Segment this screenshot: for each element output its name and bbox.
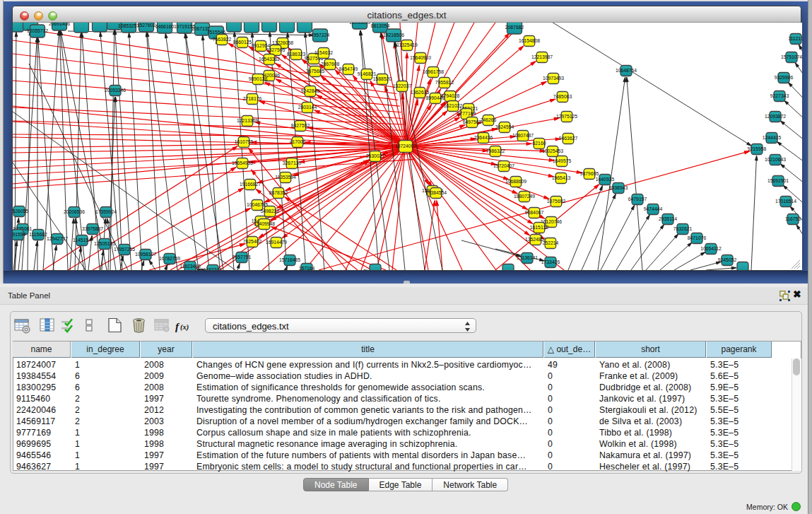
svg-text:111217: 111217 xyxy=(788,36,802,41)
svg-text:12505135: 12505135 xyxy=(94,241,115,246)
svg-text:20206536: 20206536 xyxy=(64,209,85,214)
svg-text:15751074: 15751074 xyxy=(781,54,802,59)
svg-text:8938943: 8938943 xyxy=(609,185,628,190)
svg-text:9879695: 9879695 xyxy=(580,171,599,176)
svg-text:33975887: 33975887 xyxy=(82,226,103,231)
svg-text:8471076: 8471076 xyxy=(688,235,707,240)
svg-text:1192344: 1192344 xyxy=(204,267,222,270)
svg-text:20691406: 20691406 xyxy=(49,23,70,26)
svg-text:12093872: 12093872 xyxy=(765,114,786,119)
svg-text:1615132: 1615132 xyxy=(530,225,549,230)
svg-text:12213987: 12213987 xyxy=(531,54,553,59)
svg-text:19384554: 19384554 xyxy=(425,190,447,195)
svg-text:1733426: 1733426 xyxy=(541,259,560,264)
svg-text:(x): (x) xyxy=(180,323,189,332)
svg-text:17957255: 17957255 xyxy=(114,247,135,252)
svg-text:7663822: 7663822 xyxy=(213,37,232,42)
svg-text:2526055: 2526055 xyxy=(13,209,28,214)
svg-text:9146821: 9146821 xyxy=(358,71,377,76)
svg-text:9329906: 9329906 xyxy=(775,75,794,80)
svg-text:10973493: 10973493 xyxy=(543,76,564,81)
svg-text:9084067: 9084067 xyxy=(525,210,544,215)
svg-text:116753: 116753 xyxy=(785,216,801,221)
svg-text:417006: 417006 xyxy=(290,139,306,144)
svg-text:62160: 62160 xyxy=(533,141,546,146)
svg-text:1649575: 1649575 xyxy=(553,158,572,163)
svg-text:3624554: 3624554 xyxy=(495,124,514,129)
svg-text:10025453: 10025453 xyxy=(542,148,563,153)
svg-text:10853257: 10853257 xyxy=(118,23,139,28)
svg-text:16033809: 16033809 xyxy=(349,23,370,25)
svg-text:15136141: 15136141 xyxy=(517,255,538,260)
svg-text:252214: 252214 xyxy=(543,240,559,245)
svg-text:12975125: 12975125 xyxy=(556,114,577,119)
svg-text:19166827: 19166827 xyxy=(240,182,261,187)
svg-text:6466160: 6466160 xyxy=(155,24,175,29)
svg-text:15720407: 15720407 xyxy=(493,163,514,168)
svg-text:9657791: 9657791 xyxy=(233,255,252,259)
svg-text:8186323: 8186323 xyxy=(287,52,306,57)
svg-text:1145194: 1145194 xyxy=(73,238,91,243)
svg-text:2803144: 2803144 xyxy=(298,105,317,110)
svg-text:9242848: 9242848 xyxy=(301,88,320,93)
svg-text:12942737: 12942737 xyxy=(47,236,68,241)
svg-text:8813054: 8813054 xyxy=(371,23,390,28)
svg-text:12213369: 12213369 xyxy=(237,118,258,123)
svg-text:10958107: 10958107 xyxy=(135,252,156,257)
svg-text:15640910: 15640910 xyxy=(410,55,431,60)
svg-text:8660125: 8660125 xyxy=(233,40,252,45)
svg-text:18724007: 18724007 xyxy=(395,144,416,148)
svg-text:1154632: 1154632 xyxy=(314,50,333,55)
svg-text:2867608: 2867608 xyxy=(321,62,340,66)
svg-text:7957224: 7957224 xyxy=(311,33,330,37)
svg-text:9777169: 9777169 xyxy=(457,111,476,116)
svg-text:9890128: 9890128 xyxy=(249,76,268,81)
svg-text:7485063: 7485063 xyxy=(553,94,572,99)
svg-text:11325419: 11325419 xyxy=(396,42,418,47)
svg-text:11923448: 11923448 xyxy=(180,264,201,269)
svg-text:746266: 746266 xyxy=(481,117,497,122)
svg-text:3267130: 3267130 xyxy=(283,160,302,165)
svg-text:7625402: 7625402 xyxy=(243,239,262,244)
svg-text:2530027: 2530027 xyxy=(366,153,385,158)
svg-text:8427552: 8427552 xyxy=(291,123,310,128)
svg-text:9474444: 9474444 xyxy=(644,206,663,211)
svg-text:1115682: 1115682 xyxy=(29,232,47,237)
svg-text:5498222: 5498222 xyxy=(261,209,280,214)
svg-text:2718176: 2718176 xyxy=(243,96,262,101)
svg-text:7632621: 7632621 xyxy=(673,226,693,231)
svg-text:2087682: 2087682 xyxy=(505,25,524,30)
svg-text:9215958: 9215958 xyxy=(748,146,767,151)
svg-text:2364436: 2364436 xyxy=(474,135,493,140)
svg-text:1527602: 1527602 xyxy=(137,23,156,28)
svg-text:15692901: 15692901 xyxy=(767,178,789,183)
svg-text:9227343: 9227343 xyxy=(770,93,789,98)
svg-text:10688609: 10688609 xyxy=(505,179,526,184)
svg-text:18807249: 18807249 xyxy=(514,194,535,199)
svg-text:6794028: 6794028 xyxy=(441,93,460,98)
svg-text:16782759: 16782759 xyxy=(159,256,180,261)
svg-text:9327505: 9327505 xyxy=(266,47,286,52)
svg-text:19654935: 19654935 xyxy=(232,160,253,165)
svg-text:1362615: 1362615 xyxy=(411,90,430,95)
svg-text:6497568: 6497568 xyxy=(463,119,482,124)
svg-text:10210643: 10210643 xyxy=(765,157,786,162)
svg-text:19218506: 19218506 xyxy=(383,33,404,37)
svg-text:16914479: 16914479 xyxy=(266,240,287,245)
svg-text:1322037: 1322037 xyxy=(393,83,412,88)
svg-text:157164: 157164 xyxy=(299,266,315,270)
svg-text:1588520: 1588520 xyxy=(373,76,392,81)
svg-text:391594: 391594 xyxy=(13,232,26,237)
svg-text:8454749: 8454749 xyxy=(339,66,358,71)
svg-text:11353594: 11353594 xyxy=(275,175,296,180)
svg-text:10654112: 10654112 xyxy=(700,246,722,251)
svg-text:1965413: 1965413 xyxy=(552,175,571,180)
svg-text:1440935: 1440935 xyxy=(596,177,615,182)
svg-text:1610755: 1610755 xyxy=(235,139,254,144)
svg-text:2935114: 2935114 xyxy=(659,216,677,221)
svg-text:15716485: 15716485 xyxy=(279,257,300,262)
svg-text:17359924: 17359924 xyxy=(95,209,117,214)
svg-text:10807487: 10807487 xyxy=(512,133,534,138)
svg-text:20053346: 20053346 xyxy=(105,88,126,93)
svg-text:9463627: 9463627 xyxy=(559,136,578,141)
